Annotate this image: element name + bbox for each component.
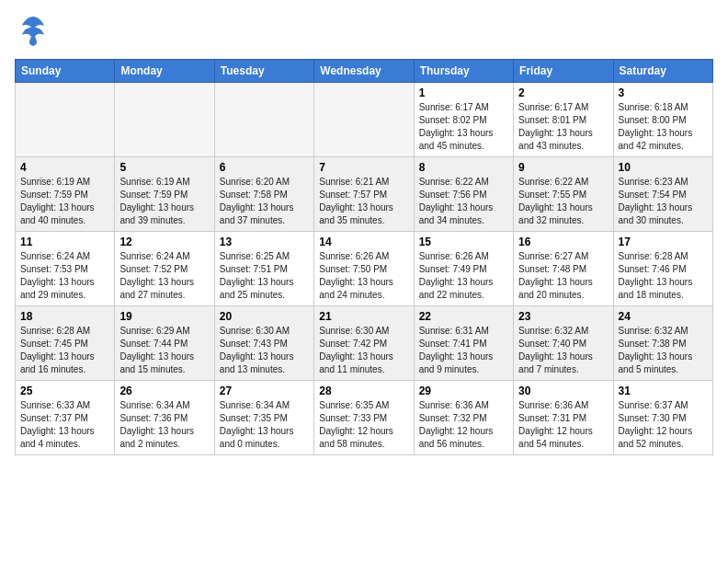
calendar-day: 22 Sunrise: 6:31 AM Sunset: 7:41 PM Dayl… [414, 306, 513, 381]
calendar-week-1: 1 Sunrise: 6:17 AM Sunset: 8:02 PM Dayli… [16, 83, 713, 157]
calendar-day: 16 Sunrise: 6:27 AM Sunset: 7:48 PM Dayl… [514, 232, 613, 306]
weekday-header-saturday: Saturday [613, 60, 712, 83]
day-detail: Sunrise: 6:30 AM Sunset: 7:43 PM Dayligh… [220, 325, 309, 376]
day-detail: Sunrise: 6:24 AM Sunset: 7:52 PM Dayligh… [119, 250, 209, 302]
day-number: 10 [619, 161, 708, 174]
calendar-day: 5 Sunrise: 6:19 AM Sunset: 7:59 PM Dayli… [115, 157, 214, 232]
calendar-day: 4 Sunrise: 6:19 AM Sunset: 7:59 PM Dayli… [16, 157, 115, 232]
page-header [15, 15, 713, 52]
calendar-day: 25 Sunrise: 6:33 AM Sunset: 7:37 PM Dayl… [16, 381, 115, 455]
calendar-day: 30 Sunrise: 6:36 AM Sunset: 7:31 PM Dayl… [514, 381, 613, 455]
day-detail: Sunrise: 6:33 AM Sunset: 7:37 PM Dayligh… [20, 399, 109, 451]
day-detail: Sunrise: 6:32 AM Sunset: 7:40 PM Dayligh… [518, 325, 608, 376]
day-detail: Sunrise: 6:36 AM Sunset: 7:32 PM Dayligh… [419, 399, 508, 451]
weekday-header-thursday: Thursday [414, 60, 513, 83]
calendar-day: 17 Sunrise: 6:28 AM Sunset: 7:46 PM Dayl… [613, 232, 712, 306]
calendar-day: 21 Sunrise: 6:30 AM Sunset: 7:42 PM Dayl… [314, 306, 414, 381]
day-detail: Sunrise: 6:30 AM Sunset: 7:42 PM Dayligh… [319, 325, 408, 376]
weekday-header-tuesday: Tuesday [214, 60, 313, 83]
weekday-header-sunday: Sunday [16, 60, 115, 83]
calendar-day: 31 Sunrise: 6:37 AM Sunset: 7:30 PM Dayl… [613, 381, 712, 455]
day-number: 9 [518, 161, 608, 174]
weekday-header-wednesday: Wednesday [314, 60, 414, 83]
day-detail: Sunrise: 6:26 AM Sunset: 7:49 PM Dayligh… [419, 250, 508, 302]
calendar-week-3: 11 Sunrise: 6:24 AM Sunset: 7:53 PM Dayl… [16, 232, 713, 306]
calendar-day: 14 Sunrise: 6:26 AM Sunset: 7:50 PM Dayl… [314, 232, 414, 306]
calendar-day: 9 Sunrise: 6:22 AM Sunset: 7:55 PM Dayli… [514, 157, 613, 232]
day-number: 24 [619, 310, 708, 323]
calendar-day: 15 Sunrise: 6:26 AM Sunset: 7:49 PM Dayl… [414, 232, 513, 306]
day-detail: Sunrise: 6:23 AM Sunset: 7:54 PM Dayligh… [619, 176, 708, 227]
day-detail: Sunrise: 6:34 AM Sunset: 7:35 PM Dayligh… [220, 399, 309, 451]
day-number: 16 [518, 236, 608, 248]
calendar-day: 18 Sunrise: 6:28 AM Sunset: 7:45 PM Dayl… [16, 306, 115, 381]
day-detail: Sunrise: 6:36 AM Sunset: 7:31 PM Dayligh… [518, 399, 608, 451]
calendar-day: 2 Sunrise: 6:17 AM Sunset: 8:01 PM Dayli… [514, 83, 613, 157]
day-detail: Sunrise: 6:35 AM Sunset: 7:33 PM Dayligh… [319, 399, 408, 451]
day-number: 28 [319, 385, 408, 397]
day-number: 6 [220, 161, 309, 174]
calendar-day: 6 Sunrise: 6:20 AM Sunset: 7:58 PM Dayli… [214, 157, 313, 232]
day-number: 30 [518, 385, 608, 397]
logo [15, 15, 46, 52]
calendar-day: 23 Sunrise: 6:32 AM Sunset: 7:40 PM Dayl… [514, 306, 613, 381]
day-number: 17 [619, 236, 708, 248]
day-detail: Sunrise: 6:17 AM Sunset: 8:01 PM Dayligh… [518, 101, 608, 153]
day-detail: Sunrise: 6:26 AM Sunset: 7:50 PM Dayligh… [319, 250, 408, 302]
day-detail: Sunrise: 6:19 AM Sunset: 7:59 PM Dayligh… [20, 176, 109, 227]
day-number: 25 [20, 385, 109, 397]
day-detail: Sunrise: 6:21 AM Sunset: 7:57 PM Dayligh… [319, 176, 408, 227]
calendar-day: 8 Sunrise: 6:22 AM Sunset: 7:56 PM Dayli… [414, 157, 513, 232]
calendar-day: 28 Sunrise: 6:35 AM Sunset: 7:33 PM Dayl… [314, 381, 414, 455]
calendar-day: 12 Sunrise: 6:24 AM Sunset: 7:52 PM Dayl… [115, 232, 214, 306]
day-detail: Sunrise: 6:20 AM Sunset: 7:58 PM Dayligh… [220, 176, 309, 227]
calendar-week-5: 25 Sunrise: 6:33 AM Sunset: 7:37 PM Dayl… [16, 381, 713, 455]
day-detail: Sunrise: 6:27 AM Sunset: 7:48 PM Dayligh… [518, 250, 608, 302]
calendar-day: 26 Sunrise: 6:34 AM Sunset: 7:36 PM Dayl… [115, 381, 214, 455]
day-number: 26 [119, 385, 209, 397]
calendar-day: 19 Sunrise: 6:29 AM Sunset: 7:44 PM Dayl… [115, 306, 214, 381]
day-number: 5 [119, 161, 209, 174]
day-number: 21 [319, 310, 408, 323]
day-detail: Sunrise: 6:24 AM Sunset: 7:53 PM Dayligh… [20, 250, 109, 302]
day-number: 3 [619, 86, 708, 99]
calendar-day: 20 Sunrise: 6:30 AM Sunset: 7:43 PM Dayl… [214, 306, 313, 381]
calendar-day [214, 83, 313, 157]
day-detail: Sunrise: 6:22 AM Sunset: 7:55 PM Dayligh… [518, 176, 608, 227]
calendar-week-4: 18 Sunrise: 6:28 AM Sunset: 7:45 PM Dayl… [16, 306, 713, 381]
calendar-day: 11 Sunrise: 6:24 AM Sunset: 7:53 PM Dayl… [16, 232, 115, 306]
day-detail: Sunrise: 6:17 AM Sunset: 8:02 PM Dayligh… [419, 101, 508, 153]
day-number: 2 [518, 86, 608, 99]
calendar-day: 3 Sunrise: 6:18 AM Sunset: 8:00 PM Dayli… [613, 83, 712, 157]
day-number: 15 [419, 236, 508, 248]
calendar-day: 13 Sunrise: 6:25 AM Sunset: 7:51 PM Dayl… [214, 232, 313, 306]
calendar-day: 27 Sunrise: 6:34 AM Sunset: 7:35 PM Dayl… [214, 381, 313, 455]
day-number: 20 [220, 310, 309, 323]
weekday-header-friday: Friday [514, 60, 613, 83]
calendar-header-row: SundayMondayTuesdayWednesdayThursdayFrid… [16, 60, 713, 83]
day-number: 19 [119, 310, 209, 323]
calendar-week-2: 4 Sunrise: 6:19 AM Sunset: 7:59 PM Dayli… [16, 157, 713, 232]
day-number: 7 [319, 161, 408, 174]
calendar-day [115, 83, 214, 157]
day-number: 27 [220, 385, 309, 397]
day-detail: Sunrise: 6:34 AM Sunset: 7:36 PM Dayligh… [119, 399, 209, 451]
day-number: 31 [619, 385, 708, 397]
day-detail: Sunrise: 6:18 AM Sunset: 8:00 PM Dayligh… [619, 101, 708, 153]
day-number: 29 [419, 385, 508, 397]
calendar-table: SundayMondayTuesdayWednesdayThursdayFrid… [15, 59, 713, 455]
day-detail: Sunrise: 6:25 AM Sunset: 7:51 PM Dayligh… [220, 250, 309, 302]
day-detail: Sunrise: 6:29 AM Sunset: 7:44 PM Dayligh… [119, 325, 209, 376]
day-number: 8 [419, 161, 508, 174]
calendar-day: 29 Sunrise: 6:36 AM Sunset: 7:32 PM Dayl… [414, 381, 513, 455]
calendar-day: 10 Sunrise: 6:23 AM Sunset: 7:54 PM Dayl… [613, 157, 712, 232]
day-number: 23 [518, 310, 608, 323]
day-number: 1 [419, 86, 508, 99]
day-detail: Sunrise: 6:22 AM Sunset: 7:56 PM Dayligh… [419, 176, 508, 227]
day-number: 13 [220, 236, 309, 248]
day-number: 4 [20, 161, 109, 174]
logo-bird-icon [20, 15, 46, 52]
calendar-day: 24 Sunrise: 6:32 AM Sunset: 7:38 PM Dayl… [613, 306, 712, 381]
day-detail: Sunrise: 6:19 AM Sunset: 7:59 PM Dayligh… [119, 176, 209, 227]
day-detail: Sunrise: 6:28 AM Sunset: 7:46 PM Dayligh… [619, 250, 708, 302]
